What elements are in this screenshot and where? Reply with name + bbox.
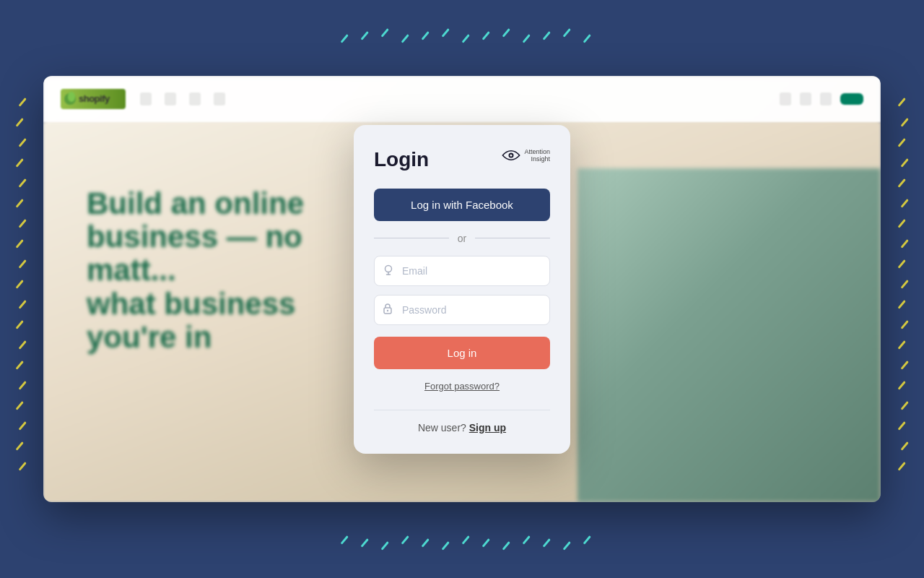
password-input[interactable] xyxy=(374,295,550,325)
signup-row: New user? Sign up xyxy=(374,410,550,434)
email-input-wrapper xyxy=(374,256,550,286)
facebook-login-button[interactable]: Log in with Facebook xyxy=(374,189,550,221)
divider: or xyxy=(374,233,550,244)
svg-point-5 xyxy=(512,154,513,155)
email-input[interactable] xyxy=(374,256,550,286)
attention-insight-text: Attention Insight xyxy=(524,148,550,164)
modal-title: Login xyxy=(374,148,429,171)
svg-point-10 xyxy=(387,309,388,311)
lock-icon xyxy=(383,303,393,317)
browser-window: shopify Build an online business — no ma… xyxy=(43,76,881,502)
forgot-password-section: Forgot password? xyxy=(374,379,550,392)
signup-link[interactable]: Sign up xyxy=(469,422,506,434)
divider-line-right xyxy=(475,238,550,238)
modal-overlay: Login Attention Insight xyxy=(43,76,881,502)
modal-header: Login Attention Insight xyxy=(374,148,550,171)
ai-logo-row: Attention Insight xyxy=(501,148,550,164)
svg-point-6 xyxy=(385,265,392,272)
divider-line-left xyxy=(374,238,449,238)
new-user-text: New user? xyxy=(418,422,466,434)
forgot-password-link[interactable]: Forgot password? xyxy=(424,381,500,392)
login-button[interactable]: Log in xyxy=(374,337,550,369)
attention-insight-eye-icon xyxy=(501,148,521,163)
divider-text: or xyxy=(458,233,466,244)
email-icon xyxy=(383,264,394,278)
attention-insight-brand: Attention Insight xyxy=(501,148,550,164)
login-modal: Login Attention Insight xyxy=(354,125,570,454)
password-input-wrapper xyxy=(374,295,550,325)
